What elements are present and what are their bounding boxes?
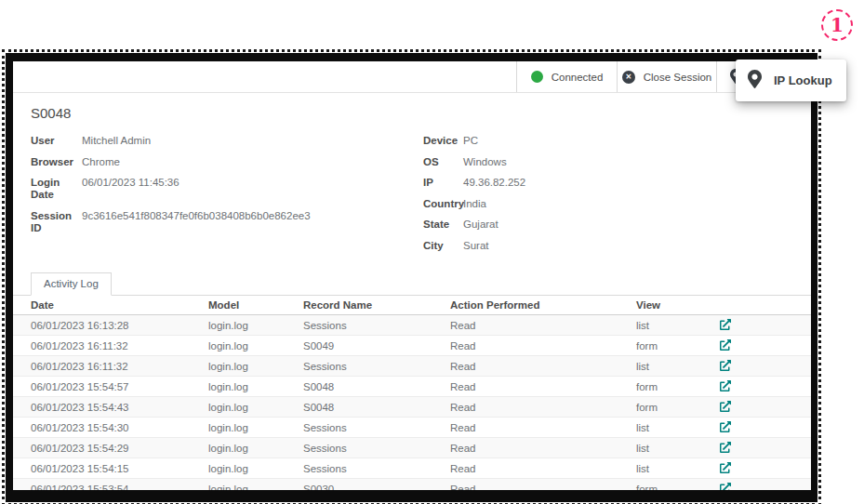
cell-view: form [636,377,720,397]
table-row[interactable]: 06/01/2023 15:54:30 login.log Sessions R… [13,418,811,438]
field-label: User [31,135,82,147]
close-session-button[interactable]: ✕ Close Session [617,61,716,92]
cell-date: 06/01/2023 15:54:29 [13,438,208,458]
table-row[interactable]: 06/01/2023 16:11:32 login.log Sessions R… [13,356,811,377]
field-value: 06/01/2023 11:45:36 [82,177,179,201]
connected-status-label: Connected [552,72,604,83]
cell-model: login.log [208,397,303,418]
field-label: State [423,219,463,231]
ip-lookup-popup-label: IP Lookup [774,73,832,87]
cell-date: 06/01/2023 15:53:54 [13,479,208,491]
table-row[interactable]: 06/01/2023 16:13:28 login.log Sessions R… [13,315,811,336]
field-groups: User Mitchell Admin Browser Chrome Login… [31,135,793,260]
cell-model: login.log [208,377,303,397]
cell-date: 06/01/2023 15:54:57 [13,377,208,397]
cell-view: form [636,397,720,418]
field-browser: Browser Chrome [31,156,423,168]
cell-date: 06/01/2023 16:11:32 [13,356,208,377]
external-link-icon[interactable] [720,339,731,351]
cell-view: list [636,438,720,458]
table-row[interactable]: 06/01/2023 15:53:54 login.log S0030 Read… [13,479,811,491]
cell-record-name: S0030 [303,479,450,491]
field-label: Login Date [31,177,82,201]
cell-action: Read [450,356,636,377]
table-row[interactable]: 06/01/2023 16:11:32 login.log S0049 Read… [13,336,811,356]
cell-action: Read [450,458,636,479]
cell-view: form [636,479,720,491]
statusbar: Connected ✕ Close Session IP Lookup [13,61,811,93]
cell-action: Read [450,479,636,491]
annotation-step-number: 1 [831,14,844,36]
cell-view: list [636,315,720,336]
cell-model: login.log [208,418,303,438]
field-label: IP [423,177,463,189]
page-title: S0048 [31,105,793,121]
field-value: 9c3616e541f808347fe0f6b038408b6b0e862ee3 [82,210,311,234]
connected-status-button[interactable]: Connected [516,61,617,92]
tab-activity-log[interactable]: Activity Log [31,272,112,296]
field-label: OS [423,156,463,168]
map-marker-icon [748,70,762,92]
field-label: Device [423,135,463,147]
tab-bar: Activity Log [13,272,811,296]
cell-model: login.log [208,458,303,479]
column-header-model[interactable]: Model [208,296,303,315]
column-header-record-name[interactable]: Record Name [303,296,450,315]
cell-date: 06/01/2023 15:54:15 [13,458,208,479]
column-header-view[interactable]: View [636,296,720,315]
table-row[interactable]: 06/01/2023 15:54:43 login.log S0048 Read… [13,397,811,418]
field-label: Browser [31,156,82,168]
activity-log-table: Date Model Record Name Action Performed … [13,296,811,490]
table-row[interactable]: 06/01/2023 15:54:29 login.log Sessions R… [13,438,811,458]
cell-action: Read [450,336,636,356]
external-link-icon[interactable] [720,360,731,371]
external-link-icon[interactable] [720,380,731,391]
cell-record-name: Sessions [303,315,450,336]
cell-action: Read [450,315,636,336]
cell-model: login.log [208,315,303,336]
cell-model: login.log [208,479,303,491]
field-group-left: User Mitchell Admin Browser Chrome Login… [31,135,423,260]
cell-record-name: Sessions [303,356,450,377]
external-link-icon[interactable] [720,462,731,473]
column-header-action-performed[interactable]: Action Performed [450,296,636,315]
ip-lookup-popup[interactable]: IP Lookup [736,60,846,101]
column-header-actions [720,296,811,315]
cell-action: Read [450,418,636,438]
cell-view: form [636,336,720,356]
cell-date: 06/01/2023 15:54:30 [13,418,208,438]
external-link-icon[interactable] [720,401,731,412]
field-value: Surat [463,240,489,252]
field-label: Session ID [31,210,82,234]
external-link-icon[interactable] [720,421,731,432]
table-header-row: Date Model Record Name Action Performed … [13,296,811,315]
cell-view: list [636,356,720,377]
session-detail-window: Connected ✕ Close Session IP Lookup S004… [13,61,811,490]
cell-record-name: S0048 [303,397,450,418]
field-value: Chrome [82,156,120,168]
annotation-step-badge: 1 [821,9,853,41]
cell-date: 06/01/2023 16:13:28 [13,315,208,336]
table-row[interactable]: 06/01/2023 15:54:15 login.log Sessions R… [13,458,811,479]
external-link-icon[interactable] [720,319,731,330]
field-state: State Gujarat [423,219,793,231]
field-ip: IP 49.36.82.252 [423,177,793,189]
external-link-icon[interactable] [720,442,731,453]
column-header-date[interactable]: Date [13,296,208,315]
field-group-right: Device PC OS Windows IP 49.36.82.252 Cou… [423,135,793,260]
close-session-label: Close Session [644,72,712,83]
close-session-icon: ✕ [622,71,635,84]
cell-action: Read [450,377,636,397]
field-label: City [423,240,463,252]
table-row[interactable]: 06/01/2023 15:54:57 login.log S0048 Read… [13,377,811,397]
field-value: PC [463,135,478,147]
field-login-date: Login Date 06/01/2023 11:45:36 [31,177,423,201]
field-label: Country [423,198,463,210]
field-session-id: Session ID 9c3616e541f808347fe0f6b038408… [31,210,423,234]
field-value: Gujarat [463,219,498,231]
cell-record-name: Sessions [303,418,450,438]
field-country: Country India [423,198,793,210]
cell-record-name: Sessions [303,438,450,458]
cell-record-name: Sessions [303,458,450,479]
external-link-icon[interactable] [720,483,731,491]
